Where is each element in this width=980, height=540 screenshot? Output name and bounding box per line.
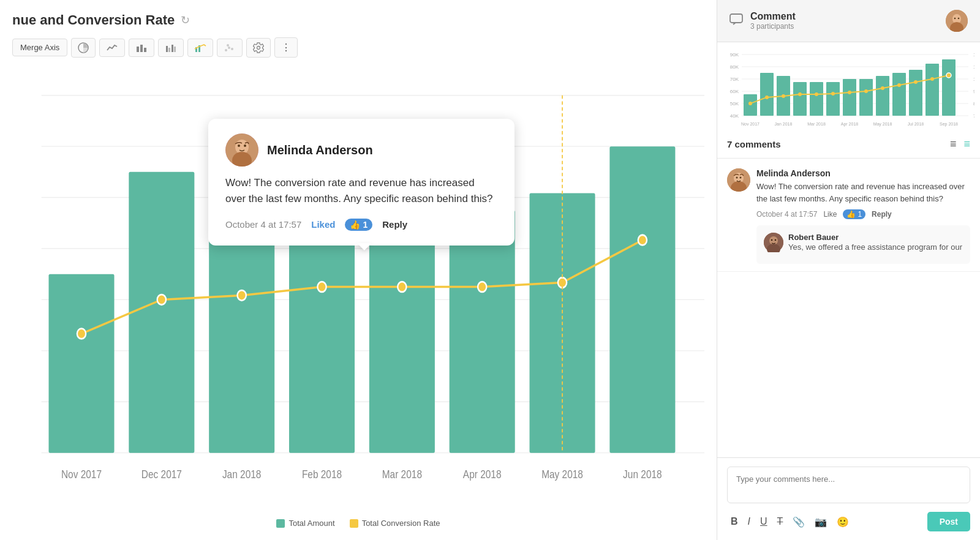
svg-text:Sep 2018: Sep 2018 [940,122,958,127]
svg-text:Nov 2017: Nov 2017 [741,122,760,126]
svg-rect-24 [129,172,194,453]
svg-point-94 [815,92,818,96]
more-options-button[interactable]: ⋮ [274,37,298,58]
svg-point-96 [848,91,851,94]
bar-chart-icon[interactable] [129,39,154,57]
svg-point-114 [740,177,742,179]
comment-format-btns: B I U T 📎 📷 🙂 [727,514,853,530]
comment-avatar-melinda [727,168,750,192]
chart-toolbar: Merge Axis ⋮ [12,37,704,58]
svg-rect-78 [760,73,774,116]
chart-legend: Total Amount Total Conversion Rate [12,519,704,528]
chart-header: nue and Conversion Rate ↻ [12,12,704,28]
comment-input[interactable] [727,467,970,503]
svg-rect-28 [450,210,515,452]
comment-reply-button[interactable]: Reply [872,210,892,219]
svg-text:Jun 2018: Jun 2018 [623,468,662,481]
svg-point-52 [244,144,246,147]
svg-point-58 [958,18,960,20]
chart-area: Nov 2017 Dec 2017 Jan 2018 Feb 2018 Mar … [12,70,704,512]
tooltip-comment-text: Wow! The conversion rate and revenue has… [225,175,497,208]
mini-chart-area: 90K 80K 70K 60K 50K 40K 12% 11% 10% 9% 8… [717,42,980,130]
svg-text:7%: 7% [973,113,974,119]
attach-button[interactable]: 📎 [789,514,809,530]
svg-rect-2 [140,45,143,52]
svg-rect-82 [826,82,840,116]
legend-item-amount: Total Amount [276,519,334,528]
line-chart-icon[interactable] [99,39,125,57]
svg-point-31 [77,329,86,339]
comments-count: 7 comments [727,139,781,149]
svg-rect-26 [289,210,355,452]
svg-rect-7 [174,47,176,52]
refresh-icon[interactable]: ↻ [181,13,190,27]
svg-rect-23 [48,274,114,453]
comment-like-button[interactable]: Like [823,210,837,219]
svg-rect-6 [172,45,173,52]
svg-point-98 [881,86,884,90]
svg-point-11 [228,47,230,49]
comment-like-badge: 👍 1 [843,209,865,219]
settings-icon[interactable] [246,38,271,58]
svg-text:40K: 40K [730,113,739,119]
svg-text:Jul 2018: Jul 2018 [908,122,924,126]
thumbs-up-icon: 👍 [350,220,360,230]
svg-point-113 [736,177,738,179]
underline-button[interactable]: U [756,514,771,530]
legend-label-amount: Total Amount [288,519,334,528]
svg-point-93 [798,92,802,96]
comment-item-header: Melinda Anderson Wow! The conversion rat… [727,168,970,219]
filter-icon-button[interactable]: ≡ [963,138,970,151]
svg-text:Apr 2018: Apr 2018 [463,468,502,481]
comment-participants: 3 participants [750,22,796,31]
svg-text:11%: 11% [973,64,974,70]
svg-text:Apr 2018: Apr 2018 [841,122,859,127]
strikethrough-button[interactable]: T [774,514,787,530]
reply-text: Yes, we offered a free assistance progra… [788,242,962,253]
svg-rect-80 [793,82,807,116]
svg-rect-1 [137,47,139,52]
emoji-button[interactable]: 🙂 [833,514,853,530]
comment-meta: October 4 at 17:57 Like 👍 1 Reply [756,209,970,219]
svg-point-12 [231,48,233,50]
camera-button[interactable]: 📷 [811,514,831,530]
svg-text:Feb 2018: Feb 2018 [302,468,342,481]
svg-text:12%: 12% [973,52,974,58]
svg-rect-86 [892,73,906,116]
chart-panel: nue and Conversion Rate ↻ Merge Axis ⋮ [0,0,717,540]
chart-title: nue and Conversion Rate [12,12,175,28]
tooltip-time: October 4 at 17:57 [225,219,301,230]
grouped-bar-icon[interactable] [158,39,184,57]
svg-rect-88 [925,64,939,116]
svg-rect-27 [369,210,435,452]
legend-color-conversion [350,519,358,528]
svg-point-101 [930,77,934,81]
svg-rect-84 [859,79,873,116]
bold-button[interactable]: B [727,514,742,530]
menu-icon-button[interactable]: ≡ [950,138,957,151]
tooltip-header: Melinda Anderson [225,133,497,167]
svg-point-13 [227,44,229,47]
tooltip-footer: October 4 at 17:57 Liked 👍 1 Reply [225,219,497,231]
comment-panel-title: Comment [750,11,796,22]
tooltip-liked-button[interactable]: Liked [311,219,335,230]
comments-actions: ≡ ≡ [950,138,970,151]
svg-rect-3 [144,48,146,52]
svg-text:8%: 8% [973,101,974,107]
svg-point-91 [765,96,769,99]
svg-text:Nov 2017: Nov 2017 [61,468,102,481]
comments-list: Melinda Anderson Wow! The conversion rat… [717,159,980,457]
italic-button[interactable]: I [744,514,754,530]
svg-text:Jan 2018: Jan 2018 [222,468,262,481]
svg-point-119 [775,239,777,241]
post-button[interactable]: Post [927,512,970,531]
svg-point-36 [478,282,486,292]
pie-chart-icon[interactable] [71,38,96,58]
mini-chart-svg: 90K 80K 70K 60K 50K 40K 12% 11% 10% 9% 8… [723,48,974,128]
comment-tooltip: Melinda Anderson Wow! The conversion rat… [208,119,514,246]
combo-chart-icon[interactable] [187,39,213,57]
scatter-icon[interactable] [217,39,243,57]
tooltip-reply-button[interactable]: Reply [382,219,407,230]
comment-author: Melinda Anderson [756,168,970,178]
merge-axis-button[interactable]: Merge Axis [12,39,67,56]
